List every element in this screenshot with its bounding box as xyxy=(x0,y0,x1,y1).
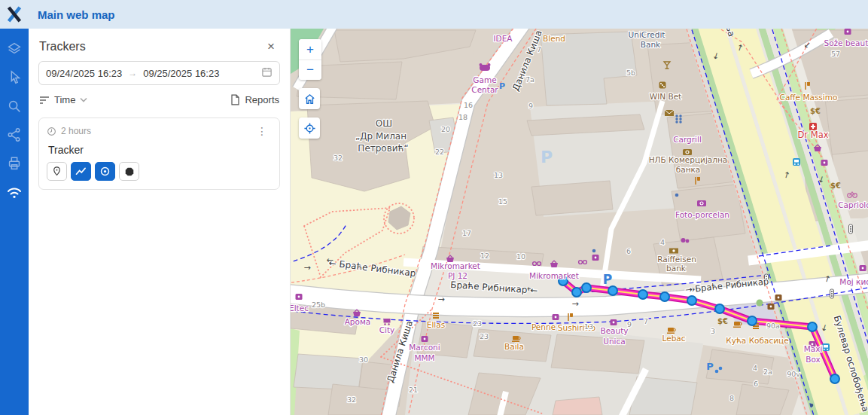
search-button[interactable] xyxy=(2,93,27,119)
calendar-icon[interactable] xyxy=(261,66,273,81)
sort-by-time-dropdown[interactable]: Time xyxy=(39,94,87,105)
housenumber-label: 3 xyxy=(711,327,715,335)
octagon-icon xyxy=(124,166,135,177)
dot-icon xyxy=(675,194,679,197)
poi-label: bank xyxy=(666,264,687,273)
print-button[interactable] xyxy=(2,151,27,176)
parking-icon: P xyxy=(499,81,505,91)
housenumber-label: 23 xyxy=(480,332,489,340)
housenumber-label: 21 xyxy=(409,386,418,394)
camera-icon xyxy=(697,200,706,206)
circle-dot-icon xyxy=(99,166,111,177)
kiosk-icon xyxy=(860,265,866,271)
map-canvas[interactable]: $€$€$€PPPP←→→→←→↑↓↑↓↑↓↙Данила КишаДанила… xyxy=(291,29,868,415)
housenumber-label: 12 xyxy=(480,252,489,260)
close-panel-button[interactable]: × xyxy=(263,39,279,53)
zoom-out-button[interactable]: − xyxy=(299,60,321,80)
route-point[interactable] xyxy=(808,322,817,331)
housenumber-label: 10 xyxy=(516,252,525,261)
svg-text:↙: ↙ xyxy=(803,40,810,50)
pin-icon xyxy=(51,166,62,177)
housenumber-label: 6 xyxy=(754,380,758,388)
parking-icon: P xyxy=(541,148,553,166)
money-icon: $€ xyxy=(830,182,841,190)
housenumber-label: 4 xyxy=(660,238,665,246)
shoe-icon xyxy=(422,336,428,342)
route-point[interactable] xyxy=(582,283,591,292)
route-point[interactable] xyxy=(638,290,647,299)
svg-text:P: P xyxy=(706,361,714,372)
trackers-button[interactable] xyxy=(2,179,27,205)
poi-label: Game xyxy=(473,75,496,84)
tap-icon xyxy=(775,294,782,301)
housenumber-label: 18 xyxy=(458,113,468,121)
svg-text:→: → xyxy=(437,294,444,304)
report-file-icon xyxy=(230,94,240,105)
route-point[interactable] xyxy=(687,296,696,305)
poi-label: Caffe Massimo xyxy=(780,93,838,102)
route-point[interactable] xyxy=(660,292,669,301)
mode-st-button[interactable] xyxy=(119,162,139,181)
dot-icon xyxy=(715,370,719,374)
poi-label: MMM xyxy=(414,353,434,362)
locate-button[interactable] xyxy=(299,117,320,139)
reports-button[interactable]: Reports xyxy=(230,94,279,105)
poi-label: Box xyxy=(806,355,821,364)
tracker-card[interactable]: 2 hours ⋮ Tracker xyxy=(38,117,280,190)
mode-track-button[interactable] xyxy=(71,162,91,181)
cursor-icon xyxy=(6,69,23,86)
select-button[interactable] xyxy=(2,65,27,90)
map-container[interactable]: $€$€$€PPPP←→→→←→↑↓↑↓↑↓↙Данила КишаДанила… xyxy=(291,29,868,415)
svg-text:P: P xyxy=(499,81,505,91)
route-point[interactable] xyxy=(608,286,617,295)
date-from-value[interactable]: 09/24/2025 16:23 xyxy=(46,68,122,79)
housenumber-label: 13 xyxy=(494,171,503,179)
poi-label: Кућа Кобасице xyxy=(726,336,788,345)
tracker-menu-button[interactable]: ⋮ xyxy=(252,125,272,137)
poi-label: банка xyxy=(676,165,701,174)
home-icon xyxy=(303,93,316,105)
search-icon xyxy=(6,98,23,114)
page-title: Main web map xyxy=(38,8,115,21)
share-icon xyxy=(6,127,23,143)
poi-label: Marconi xyxy=(409,343,440,352)
poi-label: City xyxy=(379,325,395,334)
bin-icon xyxy=(768,304,775,310)
zoom-in-button[interactable]: + xyxy=(299,39,321,60)
route-point[interactable] xyxy=(715,304,724,313)
date-range-input[interactable]: 09/24/2025 16:23 → 09/25/2025 16:23 xyxy=(38,61,280,85)
poi-label: Capriolo xyxy=(838,200,868,209)
money-icon: $€ xyxy=(717,317,728,325)
housenumber-label: 6 xyxy=(626,247,631,255)
x-logo-icon xyxy=(6,6,23,23)
route-point[interactable] xyxy=(748,316,757,325)
dot-icon xyxy=(719,367,723,371)
housenumber-label: 15 xyxy=(498,197,507,206)
date-to-value[interactable]: 09/25/2025 16:23 xyxy=(143,68,219,79)
app-logo xyxy=(0,6,29,23)
mode-pin-button[interactable] xyxy=(47,162,67,181)
housenumber-label: 16 xyxy=(464,101,473,109)
route-point[interactable] xyxy=(830,374,839,383)
layers-button[interactable] xyxy=(2,36,27,62)
traffic-icon xyxy=(849,224,853,233)
route-point[interactable] xyxy=(572,288,581,297)
poi-label: Петровић“ xyxy=(358,143,408,154)
mode-points-button[interactable] xyxy=(95,162,115,181)
share-button[interactable] xyxy=(2,122,27,148)
housenumber-label: 7 xyxy=(644,317,648,325)
home-button[interactable] xyxy=(299,88,320,109)
app-header: Main web map xyxy=(0,0,868,29)
bus-icon xyxy=(793,158,800,166)
housenumber-label: 20 xyxy=(441,125,450,133)
parking-icon: P xyxy=(603,272,612,287)
poi-label: Bank xyxy=(641,40,661,49)
map-building xyxy=(531,181,613,215)
poi-label: НЛБ Комерцијална xyxy=(649,155,728,164)
housenumber-label: 8 xyxy=(729,394,734,402)
poi-label: Mikromarket xyxy=(431,261,480,270)
print-icon xyxy=(6,155,23,172)
date-arrow-icon: → xyxy=(128,68,137,78)
svg-text:P: P xyxy=(541,148,553,166)
arrow-icon: → xyxy=(437,294,444,304)
